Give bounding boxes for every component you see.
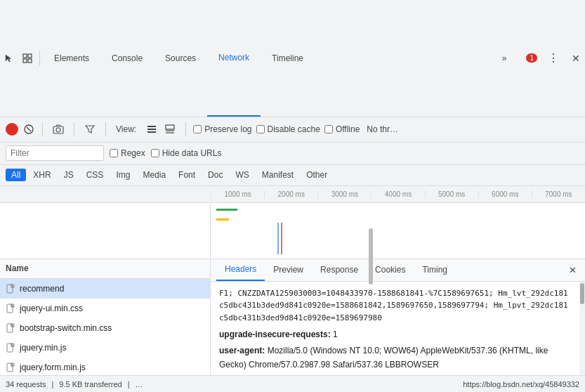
status-sep-1: | [51, 380, 53, 388]
detail-panel: HeadersPreviewResponseCookiesTiming✕ F1;… [211, 259, 585, 376]
upgrade-insecure-value: 1 [333, 329, 338, 339]
record-button[interactable] [6, 123, 18, 136]
user-agent-header-name: user-agent: [219, 346, 265, 355]
status-bar: 34 requests | 9.5 KB transferred | … htt… [0, 375, 585, 392]
svg-rect-3 [28, 59, 32, 63]
throttle-label: No thr… [367, 124, 398, 134]
detail-content: F1; CNZZDATA1259030003=1048433970-158868… [211, 282, 579, 376]
svg-rect-11 [166, 125, 174, 129]
file-item-recommend[interactable]: recommend [0, 279, 210, 299]
file-item-bootstrap-switch-min-css[interactable]: bootstrap-switch.min.css [0, 318, 210, 338]
type-filter-js[interactable]: JS [58, 169, 79, 181]
type-filter-css[interactable]: CSS [81, 169, 110, 181]
file-icon [6, 362, 15, 372]
preserve-log-label[interactable]: Preserve log [193, 124, 251, 134]
view-toggle-group [143, 121, 178, 138]
transferred-size: 9.5 KB transferred [59, 380, 121, 388]
requests-count: 34 requests [6, 380, 46, 388]
offline-label[interactable]: Offline [324, 124, 360, 134]
upgrade-insecure-line: upgrade-insecure-requests: 1 [219, 328, 571, 341]
devtools-menu-button[interactable]: ⋮ [544, 49, 563, 67]
timeline-tick: 6000 ms [478, 190, 532, 198]
timeline-tick: 7000 ms [532, 190, 585, 198]
type-filter-xhr[interactable]: XHR [27, 169, 56, 181]
svg-rect-1 [28, 54, 32, 58]
clear-button[interactable] [22, 123, 35, 136]
detail-body: F1; CNZZDATA1259030003=1048433970-158868… [211, 282, 585, 376]
disable-cache-checkbox[interactable] [256, 125, 265, 133]
svg-rect-2 [23, 59, 27, 63]
svg-rect-10 [147, 131, 156, 133]
tab-timeline[interactable]: Timeline [261, 0, 315, 117]
regex-label[interactable]: Regex [110, 148, 145, 158]
file-panel: Name recommend jquery-ui.min.css [0, 259, 211, 376]
waterfall-line-red [281, 223, 282, 254]
detail-scrollbar-thumb[interactable] [580, 283, 584, 304]
svg-rect-9 [147, 129, 156, 130]
file-item-jquery-form-min-js[interactable]: jquery.form.min.js [0, 358, 210, 376]
error-badge: 1 [526, 53, 537, 63]
filter-input[interactable] [6, 145, 104, 161]
devtools-close-button[interactable]: ✕ [567, 49, 585, 67]
list-view-button[interactable] [143, 121, 160, 138]
type-filter-all[interactable]: All [6, 169, 26, 181]
toolbar-separator [39, 51, 40, 65]
detail-close-button[interactable]: ✕ [565, 263, 579, 277]
camera-icon-button[interactable] [50, 121, 67, 138]
file-item-jquery-ui-min-css[interactable]: jquery-ui.min.css [0, 299, 210, 318]
timeline-header: 1000 ms2000 ms3000 ms4000 ms5000 ms6000 … [0, 186, 585, 203]
toolbar-sep-3 [105, 122, 106, 136]
tab-elements[interactable]: Elements [43, 0, 100, 117]
detail-view-button[interactable] [162, 121, 178, 138]
tab-console[interactable]: Console [100, 0, 154, 117]
status-more: … [135, 380, 143, 388]
hide-data-urls-label[interactable]: Hide data URLs [151, 148, 222, 158]
filter-row: Regex Hide data URLs [0, 143, 585, 165]
waterfall-left [0, 203, 211, 259]
type-filter-media[interactable]: Media [137, 169, 171, 181]
tab-sources[interactable]: Sources [154, 0, 207, 117]
file-list: recommend jquery-ui.min.css bootstrap-sw… [0, 279, 210, 376]
cookie-value: F1; CNZZDATA1259030003=1048433970-158868… [219, 287, 571, 325]
main-content: Name recommend jquery-ui.min.css [0, 259, 585, 376]
type-filter-ws[interactable]: WS [230, 169, 254, 181]
timeline-tick: 4000 ms [371, 190, 424, 198]
detail-tab-timing[interactable]: Timing [414, 259, 456, 281]
timeline-tick: 2000 ms [264, 190, 317, 198]
svg-point-7 [56, 128, 60, 132]
file-name: bootstrap-switch.min.css [20, 323, 112, 333]
file-name: recommend [20, 284, 64, 294]
preserve-log-checkbox[interactable] [193, 125, 202, 133]
user-agent-value: Mozilla/5.0 (Windows NT 10.0; WOW64) App… [219, 346, 548, 369]
detail-tab-headers[interactable]: Headers [216, 259, 265, 281]
offline-checkbox[interactable] [324, 125, 333, 133]
waterfall-right [211, 203, 585, 259]
detail-scrollbar-track[interactable] [579, 282, 585, 376]
upgrade-insecure-header-name: upgrade-insecure-requests: [219, 329, 331, 339]
regex-checkbox[interactable] [110, 149, 118, 157]
type-filter-doc[interactable]: Doc [202, 169, 228, 181]
file-icon [6, 284, 15, 294]
filter-icon-button[interactable] [81, 121, 98, 138]
cursor-icon[interactable] [0, 49, 18, 67]
waterfall-line-blue [277, 223, 279, 254]
waterfall-bar-yellow [216, 218, 229, 221]
hide-data-urls-checkbox[interactable] [151, 149, 159, 157]
tab-more-button[interactable]: » [491, 0, 518, 117]
timeline-tick: 1000 ms [211, 190, 264, 198]
detail-tab-preview[interactable]: Preview [265, 259, 312, 281]
disable-cache-label[interactable]: Disable cache [256, 124, 320, 134]
detail-tabs: HeadersPreviewResponseCookiesTiming✕ [211, 259, 585, 282]
type-filter-img[interactable]: Img [110, 169, 136, 181]
svg-rect-0 [23, 54, 27, 58]
type-filter-manifest[interactable]: Manifest [256, 169, 299, 181]
toolbar-sep-1 [42, 122, 43, 136]
file-icon [6, 323, 15, 333]
type-filter-other[interactable]: Other [301, 169, 333, 181]
file-name: jquery-ui.min.css [20, 303, 83, 313]
tab-network[interactable]: Network [207, 0, 261, 117]
type-filter-font[interactable]: Font [173, 169, 201, 181]
detail-tab-response[interactable]: Response [312, 259, 367, 281]
file-item-jquery-min-js[interactable]: jquery.min.js [0, 338, 210, 358]
inspect-icon[interactable] [18, 49, 37, 67]
